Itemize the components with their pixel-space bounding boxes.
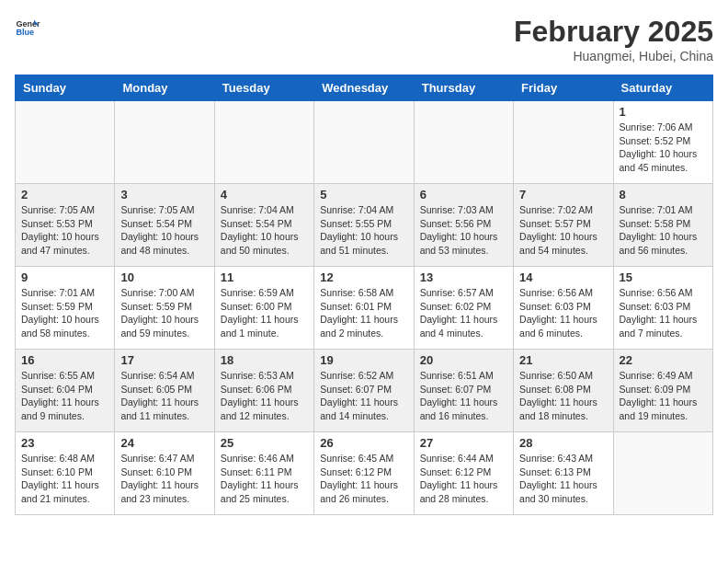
calendar-cell: 17Sunrise: 6:54 AM Sunset: 6:05 PM Dayli… [115, 350, 214, 432]
calendar-week-1: 2Sunrise: 7:05 AM Sunset: 5:53 PM Daylig… [16, 184, 713, 267]
day-number: 9 [21, 270, 108, 284]
calendar-cell [414, 101, 513, 184]
day-info: Sunrise: 7:05 AM Sunset: 5:53 PM Dayligh… [21, 203, 108, 258]
day-header-saturday: Saturday [613, 75, 712, 101]
day-number: 19 [320, 353, 407, 367]
day-number: 11 [221, 270, 308, 284]
day-number: 1 [620, 105, 707, 119]
day-number: 12 [320, 270, 407, 284]
day-info: Sunrise: 6:55 AM Sunset: 6:04 PM Dayligh… [21, 369, 108, 423]
calendar-cell: 16Sunrise: 6:55 AM Sunset: 6:04 PM Dayli… [16, 350, 115, 432]
calendar-cell: 8Sunrise: 7:01 AM Sunset: 5:58 PM Daylig… [613, 184, 712, 267]
calendar-cell [613, 432, 712, 515]
day-number: 16 [21, 353, 108, 367]
day-number: 17 [120, 353, 208, 367]
calendar-week-4: 23Sunrise: 6:48 AM Sunset: 6:10 PM Dayli… [16, 432, 713, 515]
day-info: Sunrise: 6:45 AM Sunset: 6:12 PM Dayligh… [320, 452, 407, 506]
calendar-cell: 5Sunrise: 7:04 AM Sunset: 5:55 PM Daylig… [314, 184, 414, 267]
calendar-cell [115, 101, 214, 184]
day-header-monday: Monday [115, 75, 214, 101]
day-number: 15 [620, 270, 707, 284]
day-info: Sunrise: 6:56 AM Sunset: 6:03 PM Dayligh… [519, 286, 607, 340]
calendar-cell: 18Sunrise: 6:53 AM Sunset: 6:06 PM Dayli… [214, 350, 313, 432]
calendar-cell: 10Sunrise: 7:00 AM Sunset: 5:59 PM Dayli… [115, 267, 214, 350]
calendar-cell [16, 101, 115, 184]
day-number: 28 [519, 436, 607, 450]
calendar-cell: 23Sunrise: 6:48 AM Sunset: 6:10 PM Dayli… [16, 432, 115, 515]
day-info: Sunrise: 7:02 AM Sunset: 5:57 PM Dayligh… [519, 203, 607, 258]
calendar-cell: 4Sunrise: 7:04 AM Sunset: 5:54 PM Daylig… [214, 184, 313, 267]
day-number: 20 [420, 353, 507, 367]
day-number: 26 [320, 436, 407, 450]
calendar-cell: 1Sunrise: 7:06 AM Sunset: 5:52 PM Daylig… [613, 101, 712, 184]
calendar-header-row: SundayMondayTuesdayWednesdayThursdayFrid… [16, 75, 713, 101]
logo-icon: General Blue [15, 15, 40, 40]
calendar-cell [514, 101, 613, 184]
day-info: Sunrise: 7:01 AM Sunset: 5:58 PM Dayligh… [620, 203, 707, 258]
day-info: Sunrise: 6:48 AM Sunset: 6:10 PM Dayligh… [21, 452, 108, 506]
calendar-cell: 27Sunrise: 6:44 AM Sunset: 6:12 PM Dayli… [414, 432, 513, 515]
day-number: 14 [519, 270, 607, 284]
day-info: Sunrise: 7:05 AM Sunset: 5:54 PM Dayligh… [120, 203, 208, 258]
calendar-cell: 15Sunrise: 6:56 AM Sunset: 6:03 PM Dayli… [613, 267, 712, 350]
day-info: Sunrise: 6:53 AM Sunset: 6:06 PM Dayligh… [221, 369, 308, 423]
calendar-cell: 26Sunrise: 6:45 AM Sunset: 6:12 PM Dayli… [314, 432, 414, 515]
logo: General Blue [15, 15, 40, 40]
calendar-cell: 25Sunrise: 6:46 AM Sunset: 6:11 PM Dayli… [214, 432, 313, 515]
calendar-cell: 2Sunrise: 7:05 AM Sunset: 5:53 PM Daylig… [16, 184, 115, 267]
calendar-table: SundayMondayTuesdayWednesdayThursdayFrid… [15, 75, 713, 515]
day-info: Sunrise: 6:54 AM Sunset: 6:05 PM Dayligh… [120, 369, 208, 423]
day-info: Sunrise: 7:03 AM Sunset: 5:56 PM Dayligh… [420, 203, 507, 258]
calendar-cell: 14Sunrise: 6:56 AM Sunset: 6:03 PM Dayli… [514, 267, 613, 350]
day-info: Sunrise: 6:58 AM Sunset: 6:01 PM Dayligh… [320, 286, 407, 340]
day-number: 18 [221, 353, 308, 367]
calendar-cell: 22Sunrise: 6:49 AM Sunset: 6:09 PM Dayli… [613, 350, 712, 432]
calendar-cell: 7Sunrise: 7:02 AM Sunset: 5:57 PM Daylig… [514, 184, 613, 267]
day-info: Sunrise: 7:04 AM Sunset: 5:54 PM Dayligh… [221, 203, 308, 258]
day-number: 8 [620, 188, 707, 201]
day-number: 4 [221, 188, 308, 201]
day-info: Sunrise: 6:59 AM Sunset: 6:00 PM Dayligh… [221, 286, 308, 340]
day-number: 21 [519, 353, 607, 367]
calendar-cell [314, 101, 414, 184]
title-section: February 2025 Huangmei, Hubei, China [514, 15, 713, 63]
calendar-cell: 6Sunrise: 7:03 AM Sunset: 5:56 PM Daylig… [414, 184, 513, 267]
day-number: 24 [120, 436, 208, 450]
calendar-cell: 3Sunrise: 7:05 AM Sunset: 5:54 PM Daylig… [115, 184, 214, 267]
day-number: 25 [221, 436, 308, 450]
day-header-thursday: Thursday [414, 75, 513, 101]
calendar-cell: 28Sunrise: 6:43 AM Sunset: 6:13 PM Dayli… [514, 432, 613, 515]
month-year: February 2025 [514, 15, 713, 49]
day-info: Sunrise: 6:52 AM Sunset: 6:07 PM Dayligh… [320, 369, 407, 423]
day-number: 6 [420, 188, 507, 201]
day-info: Sunrise: 7:01 AM Sunset: 5:59 PM Dayligh… [21, 286, 108, 340]
calendar-cell: 21Sunrise: 6:50 AM Sunset: 6:08 PM Dayli… [514, 350, 613, 432]
calendar-cell: 11Sunrise: 6:59 AM Sunset: 6:00 PM Dayli… [214, 267, 313, 350]
day-number: 27 [420, 436, 507, 450]
calendar-cell [214, 101, 313, 184]
day-info: Sunrise: 6:43 AM Sunset: 6:13 PM Dayligh… [519, 452, 607, 506]
day-info: Sunrise: 6:47 AM Sunset: 6:10 PM Dayligh… [120, 452, 208, 506]
calendar-week-3: 16Sunrise: 6:55 AM Sunset: 6:04 PM Dayli… [16, 350, 713, 432]
calendar-cell: 12Sunrise: 6:58 AM Sunset: 6:01 PM Dayli… [314, 267, 414, 350]
day-number: 3 [120, 188, 208, 201]
day-info: Sunrise: 7:04 AM Sunset: 5:55 PM Dayligh… [320, 203, 407, 258]
calendar-week-2: 9Sunrise: 7:01 AM Sunset: 5:59 PM Daylig… [16, 267, 713, 350]
day-info: Sunrise: 6:44 AM Sunset: 6:12 PM Dayligh… [420, 452, 507, 506]
day-number: 22 [620, 353, 707, 367]
page-header: General Blue February 2025 Huangmei, Hub… [15, 15, 713, 63]
day-info: Sunrise: 7:00 AM Sunset: 5:59 PM Dayligh… [120, 286, 208, 340]
day-info: Sunrise: 7:06 AM Sunset: 5:52 PM Dayligh… [620, 121, 707, 175]
day-number: 13 [420, 270, 507, 284]
day-number: 7 [519, 188, 607, 201]
day-number: 2 [21, 188, 108, 201]
day-info: Sunrise: 6:50 AM Sunset: 6:08 PM Dayligh… [519, 369, 607, 423]
day-number: 5 [320, 188, 407, 201]
day-info: Sunrise: 6:46 AM Sunset: 6:11 PM Dayligh… [221, 452, 308, 506]
calendar-week-0: 1Sunrise: 7:06 AM Sunset: 5:52 PM Daylig… [16, 101, 713, 184]
svg-text:Blue: Blue [16, 28, 34, 37]
location: Huangmei, Hubei, China [514, 49, 713, 63]
day-header-wednesday: Wednesday [314, 75, 414, 101]
day-info: Sunrise: 6:49 AM Sunset: 6:09 PM Dayligh… [620, 369, 707, 423]
calendar-cell: 9Sunrise: 7:01 AM Sunset: 5:59 PM Daylig… [16, 267, 115, 350]
